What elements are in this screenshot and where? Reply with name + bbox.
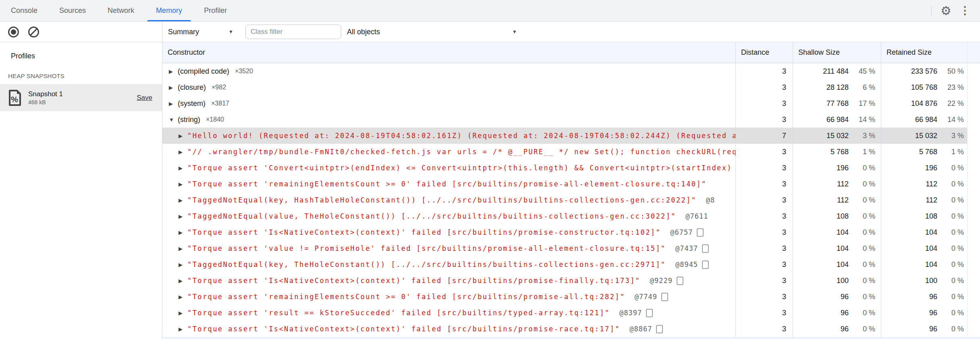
- chevron-collapsed-icon[interactable]: ▶: [179, 278, 187, 284]
- tabbar-right-controls: ⚙ ⋮: [926, 0, 980, 21]
- string-value: "Torque assert 'Convert<uintptr>(endInde…: [187, 164, 735, 172]
- reveal-icon[interactable]: [702, 260, 709, 269]
- constructor-cell: ▶"Torque assert 'Is<NativeContext>(conte…: [162, 273, 735, 289]
- grid-row-category[interactable]: ▶(system)×3817377 76817 %104 87622 %: [162, 95, 980, 112]
- grid-row-string[interactable]: ▶"Torque assert 'Is<NativeContext>(conte…: [162, 321, 980, 337]
- grid-row-string[interactable]: ▶"Torque assert 'Convert<uintptr>(endInd…: [162, 160, 980, 176]
- object-id: @7611: [681, 212, 708, 220]
- retained-size-cell: 1000 %: [881, 273, 967, 289]
- object-id: @6757: [666, 228, 693, 236]
- chevron-collapsed-icon[interactable]: ▶: [179, 197, 187, 203]
- scrollbar-gutter: [967, 192, 980, 208]
- clear-profiles-button[interactable]: [27, 26, 39, 38]
- grid-row-string[interactable]: ▶"TaggedNotEqual(key, TheHoleConstant())…: [162, 256, 980, 273]
- constructor-cell: ▶"Torque assert 'remainingElementsCount …: [162, 176, 735, 192]
- distance-value: 7: [782, 132, 786, 140]
- retained-size-percent: 0 %: [937, 196, 964, 205]
- object-id: @8945: [671, 260, 698, 269]
- grid-row-category[interactable]: ▶(compiled code)×35203211 48445 %233 576…: [162, 63, 980, 79]
- grid-row-string[interactable]: ▶"TaggedNotEqual(value, TheHoleConstant(…: [162, 208, 980, 224]
- distance-value: 3: [782, 164, 786, 172]
- grid-row-string[interactable]: ▶"Hello world! (Requested at: 2024-08-19…: [162, 128, 980, 144]
- retained-size-cell: 1040 %: [881, 240, 967, 256]
- object-filter-value: All objects: [347, 28, 380, 36]
- column-header-shallow-size[interactable]: Shallow Size: [793, 42, 881, 63]
- grid-row-string[interactable]: ▶"TaggedNotEqual(key, HashTableHoleConst…: [162, 192, 980, 208]
- retained-size-percent: 0 %: [937, 212, 964, 221]
- chevron-collapsed-icon[interactable]: ▶: [179, 294, 187, 300]
- snapshot-save-link[interactable]: Save: [137, 94, 152, 102]
- object-id: @9229: [646, 277, 673, 285]
- scrollbar-gutter: [967, 305, 980, 321]
- chevron-collapsed-icon[interactable]: ▶: [179, 165, 187, 171]
- chevron-collapsed-icon[interactable]: ▶: [179, 181, 187, 187]
- chevron-collapsed-icon[interactable]: ▶: [169, 85, 178, 91]
- retained-size-value: 104 876: [911, 99, 937, 108]
- chevron-collapsed-icon[interactable]: ▶: [169, 68, 178, 74]
- tab-memory[interactable]: Memory: [145, 0, 193, 21]
- grid-row-string[interactable]: ▶"Torque assert 'result == kStoreSuccede…: [162, 305, 980, 321]
- settings-gear-icon[interactable]: ⚙: [936, 5, 955, 17]
- shallow-size-percent: 0 %: [849, 260, 875, 269]
- tab-profiler[interactable]: Profiler: [193, 0, 238, 21]
- retained-size-value: 100: [925, 277, 937, 285]
- constructor-cell: ▶"Hello world! (Requested at: 2024-08-19…: [162, 128, 735, 144]
- distance-value: 3: [782, 148, 786, 156]
- reveal-icon[interactable]: [646, 309, 653, 317]
- class-filter-input[interactable]: [245, 25, 341, 39]
- distance-value: 3: [782, 277, 786, 285]
- shallow-size-percent: 45 %: [849, 67, 875, 76]
- chevron-collapsed-icon[interactable]: ▶: [179, 229, 187, 236]
- shallow-size-value: 77 768: [826, 99, 849, 108]
- chevron-collapsed-icon[interactable]: ▶: [179, 246, 187, 252]
- chevron-expanded-icon[interactable]: ▼: [169, 117, 178, 123]
- instance-count: ×1840: [206, 116, 224, 123]
- column-header-distance[interactable]: Distance: [735, 42, 793, 63]
- object-filter-select[interactable]: All objects ▼: [347, 28, 519, 36]
- constructor-cell: ▶"TaggedNotEqual(key, HashTableHoleConst…: [162, 192, 735, 208]
- distance-cell: 3: [735, 289, 793, 305]
- grid-row-string[interactable]: ▶"Torque assert 'value != PromiseHole' f…: [162, 240, 980, 256]
- tab-sources[interactable]: Sources: [48, 0, 97, 21]
- retained-size-cell: 104 87622 %: [881, 95, 967, 112]
- tab-network[interactable]: Network: [97, 0, 145, 21]
- reveal-icon[interactable]: [677, 277, 683, 285]
- retained-size-percent: 23 %: [937, 83, 964, 92]
- chevron-collapsed-icon[interactable]: ▶: [179, 262, 187, 268]
- shallow-size-value: 5 768: [831, 148, 849, 156]
- chevron-collapsed-icon[interactable]: ▶: [179, 149, 187, 155]
- chevron-collapsed-icon[interactable]: ▶: [179, 213, 187, 219]
- more-menu-icon[interactable]: ⋮: [955, 5, 974, 16]
- chevron-collapsed-icon[interactable]: ▶: [169, 101, 178, 107]
- grid-row-string[interactable]: ▶"// .wrangler/tmp/bundle-FmNIt0/checked…: [162, 144, 980, 160]
- record-heap-snapshot-button[interactable]: [7, 26, 19, 38]
- perspective-select[interactable]: Summary ▼: [168, 28, 237, 36]
- instance-count: ×982: [212, 84, 226, 91]
- retained-size-cell: 960 %: [881, 321, 967, 337]
- reveal-icon[interactable]: [661, 293, 668, 301]
- distance-value: 3: [782, 67, 786, 76]
- chevron-collapsed-icon[interactable]: ▶: [179, 326, 187, 332]
- shallow-size-cell: 1000 %: [793, 273, 881, 289]
- grid-row-string[interactable]: ▶"Torque assert 'remainingElementsCount …: [162, 289, 980, 305]
- shallow-size-cell: 1040 %: [793, 240, 881, 256]
- grid-row-category[interactable]: ▼(string)×1840366 98414 %66 98414 %: [162, 112, 980, 128]
- shallow-size-cell: 960 %: [793, 321, 881, 337]
- shallow-size-percent: 0 %: [849, 212, 875, 221]
- sidebar-item-snapshot-1[interactable]: % Snapshot 1 468 kB Save: [0, 84, 162, 111]
- scrollbar-gutter: [967, 63, 980, 79]
- shallow-size-percent: 0 %: [849, 293, 875, 301]
- column-header-constructor[interactable]: Constructor: [162, 42, 735, 63]
- grid-row-category[interactable]: ▶(closure)×982328 1286 %105 76823 %: [162, 79, 980, 95]
- chevron-collapsed-icon[interactable]: ▶: [179, 310, 187, 316]
- grid-row-string[interactable]: ▶"Torque assert 'Is<NativeContext>(conte…: [162, 273, 980, 289]
- reveal-icon[interactable]: [702, 244, 709, 253]
- grid-row-string[interactable]: ▶"Torque assert 'remainingElementsCount …: [162, 176, 980, 192]
- column-header-retained-size[interactable]: Retained Size: [881, 42, 967, 63]
- tab-console[interactable]: Console: [0, 0, 48, 21]
- reveal-icon[interactable]: [656, 325, 663, 333]
- shallow-size-percent: 1 %: [849, 148, 875, 156]
- grid-row-string[interactable]: ▶"Torque assert 'Is<NativeContext>(conte…: [162, 224, 980, 240]
- chevron-collapsed-icon[interactable]: ▶: [179, 133, 187, 139]
- reveal-icon[interactable]: [697, 228, 704, 237]
